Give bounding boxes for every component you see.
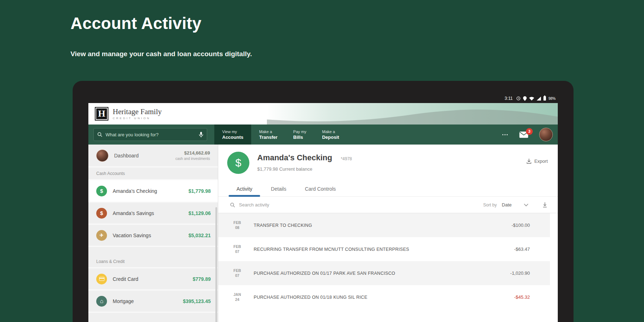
- txn-amount: -1,020.90: [510, 270, 530, 276]
- account-balance: $395,123.45: [183, 298, 211, 304]
- sort-by-value: Date: [502, 202, 512, 208]
- dollar-icon: $: [227, 152, 249, 174]
- account-name: Amanda's Savings: [113, 210, 154, 216]
- txn-description: TRANSFER TO CHECKING: [254, 223, 312, 228]
- more-options-icon[interactable]: [502, 132, 508, 137]
- txn-day: 07: [230, 249, 244, 254]
- account-detail-pane: $ Amanda's Checking *4978 $1,779.98 Curr…: [218, 145, 558, 322]
- nav-item-pay-bills[interactable]: Pay my Bills: [286, 125, 314, 145]
- brand-logo[interactable]: H Heritage Family CREDIT UNION: [88, 107, 162, 121]
- activity-search-input[interactable]: [239, 202, 346, 208]
- sidebar-item-vacation-savings[interactable]: ✈ Vacation Savings $5,032.21: [88, 225, 218, 247]
- table-row[interactable]: FEB 07 PURCHASE AUTHORIZED ON 01/17 PARK…: [218, 261, 550, 285]
- nav-label-line1: Make a: [259, 130, 277, 134]
- sidebar-item-dashboard[interactable]: Dashboard $214,662.69 cash and investmen…: [88, 145, 218, 167]
- status-time: 3:11: [505, 96, 513, 101]
- account-balance: $779.89: [192, 276, 211, 282]
- brand-tagline: CREDIT UNION: [113, 117, 162, 120]
- nav-item-view-accounts[interactable]: View my Accounts: [214, 125, 251, 145]
- account-balance: $1,779.98: [189, 188, 211, 194]
- android-status-bar: 3:11 98%: [88, 94, 558, 103]
- battery-percent: 98%: [548, 97, 556, 101]
- txn-amount: -$63.47: [514, 247, 530, 252]
- account-balance: $1,129.06: [189, 210, 211, 216]
- dollar-icon: $: [96, 208, 107, 219]
- export-label: Export: [534, 158, 548, 164]
- sidebar-item-amandas-checking[interactable]: $ Amanda's Checking $1,779.98: [88, 180, 218, 203]
- account-name: Amanda's Checking: [113, 188, 157, 194]
- global-search-box[interactable]: [93, 128, 207, 141]
- nav-items: View my Accounts Make a Transfer Pay my …: [214, 125, 347, 145]
- nav-item-make-deposit[interactable]: Make a Deposit: [314, 125, 347, 145]
- search-icon: [97, 132, 102, 137]
- location-icon: [523, 96, 527, 101]
- account-name: Vacation Savings: [113, 233, 151, 238]
- app-body: Dashboard $214,662.69 cash and investmen…: [88, 145, 558, 322]
- nav-label-line1: Make a: [322, 130, 339, 134]
- export-icon: [527, 158, 531, 164]
- txn-month: FEB: [230, 220, 244, 225]
- home-icon: ⌂: [96, 296, 107, 307]
- sort-by-label: Sort by: [483, 203, 497, 208]
- global-search-input[interactable]: [106, 132, 196, 137]
- card-icon: [96, 274, 107, 284]
- messages-button[interactable]: 3: [519, 131, 528, 138]
- txn-day: 24: [230, 297, 244, 302]
- export-button[interactable]: Export: [527, 157, 548, 165]
- tab-activity[interactable]: Activity: [227, 182, 262, 196]
- nav-label-line1: View my: [222, 130, 243, 134]
- table-row[interactable]: FEB 07 RECURRING TRANSFER FROM MCNUTT CO…: [218, 237, 550, 261]
- activity-filter-row: Sort by Date: [218, 197, 558, 213]
- sidebar-item-mortgage[interactable]: ⌂ Mortgage $395,123.45: [88, 291, 218, 313]
- alarm-icon: [516, 96, 521, 101]
- txn-description: RECURRING TRANSFER FROM MCNUTT CONSULTIN…: [254, 247, 409, 252]
- brand-monogram-icon: H: [95, 107, 108, 121]
- chevron-down-icon[interactable]: [524, 204, 528, 206]
- nav-label-line1: Pay my: [293, 130, 307, 134]
- table-row[interactable]: FEB 08 TRANSFER TO CHECKING -$100.00: [218, 213, 550, 237]
- section-cash-accounts: Cash Accounts: [88, 167, 218, 180]
- microphone-icon[interactable]: [199, 132, 203, 138]
- header-wave-graphic: [267, 103, 558, 125]
- plane-icon: ✈: [96, 230, 107, 241]
- search-icon: [230, 203, 235, 208]
- sidebar-item-amandas-savings[interactable]: $ Amanda's Savings $1,129.06: [88, 203, 218, 225]
- transaction-list: FEB 08 TRANSFER TO CHECKING -$100.00 FEB…: [218, 213, 558, 322]
- txn-description: PURCHASE AUTHORIZED ON 01/17 PARK AVE SA…: [254, 271, 395, 276]
- nav-item-make-transfer[interactable]: Make a Transfer: [251, 125, 285, 145]
- account-name: Credit Card: [113, 276, 138, 282]
- profile-avatar[interactable]: [539, 128, 553, 141]
- account-tabs: Activity Details Card Controls: [218, 182, 558, 197]
- app-header: H Heritage Family CREDIT UNION: [88, 103, 558, 125]
- dashboard-label: Dashboard: [114, 153, 139, 158]
- sidebar-item-credit-card[interactable]: Credit Card $779.89: [88, 268, 218, 291]
- page-subtitle: View and manage your cash and loan accou…: [70, 50, 252, 58]
- account-mask: *4978: [341, 156, 352, 161]
- txn-month: FEB: [230, 244, 244, 249]
- tab-details[interactable]: Details: [262, 182, 296, 196]
- nav-label-line2: Bills: [293, 135, 307, 140]
- tab-card-controls[interactable]: Card Controls: [296, 182, 345, 196]
- avatar: [96, 150, 108, 162]
- sidebar-scrollbar[interactable]: [215, 207, 217, 322]
- account-balance: $5,032.21: [189, 233, 211, 238]
- download-activity-button[interactable]: [543, 202, 547, 208]
- table-row[interactable]: JAN 24 PURCHASE AUTHORIZED ON 01/18 KUNG…: [218, 285, 550, 309]
- nav-label-line2: Deposit: [322, 135, 339, 140]
- cellular-signal-icon: [537, 97, 541, 101]
- tablet-device-frame: 3:11 98% H Heritage Family CREDIT U: [73, 81, 574, 322]
- txn-amount: -$45.32: [514, 294, 530, 300]
- sort-by-control[interactable]: Sort by Date: [483, 202, 528, 208]
- txn-month: JAN: [230, 292, 244, 297]
- nav-label-line2: Transfer: [259, 135, 277, 140]
- navbar-right: 3: [502, 125, 558, 145]
- nav-label-line2: Accounts: [222, 135, 243, 140]
- brand-name: Heritage Family: [113, 108, 162, 116]
- account-title: Amanda's Checking: [257, 153, 332, 162]
- txn-description: PURCHASE AUTHORIZED ON 01/18 KUNG SIL RI…: [254, 295, 367, 300]
- txn-day: 07: [230, 273, 244, 278]
- unread-badge: 3: [526, 128, 533, 135]
- dashboard-caption: cash and investments: [175, 157, 210, 161]
- current-balance: $1,779.98 Current balance: [257, 166, 352, 172]
- section-loans-credit: Loans & Credit: [88, 255, 218, 268]
